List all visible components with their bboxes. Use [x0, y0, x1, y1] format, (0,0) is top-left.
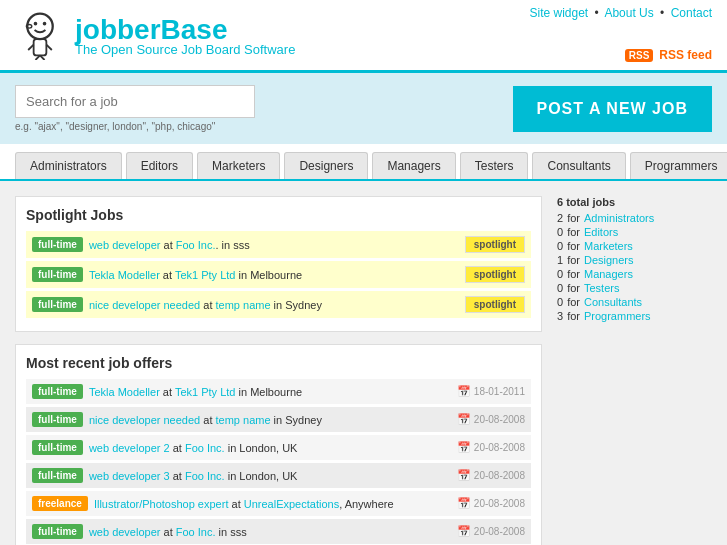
job-description: nice developer needed at temp name in Sy… [89, 299, 465, 311]
company-link[interactable]: Foo Inc. [185, 470, 225, 482]
sidebar-item: 0 for Consultants [557, 296, 712, 308]
company-link[interactable]: temp name [216, 414, 271, 426]
sidebar-category-link[interactable]: Marketers [584, 240, 633, 252]
tab-consultants[interactable]: Consultants [532, 152, 625, 179]
job-type-badge: full-time [32, 267, 83, 282]
job-date: 📅20-08-2008 [457, 413, 525, 426]
job-title-link[interactable]: nice developer needed [89, 414, 200, 426]
calendar-icon: 📅 [457, 413, 471, 426]
tab-programmers[interactable]: Programmers [630, 152, 727, 179]
search-hint: e.g. "ajax", "designer, london", "php, c… [15, 121, 255, 132]
post-job-button[interactable]: POST A NEW JOB [513, 86, 713, 132]
calendar-icon: 📅 [457, 497, 471, 510]
company-link[interactable]: Foo Inc. [185, 442, 225, 454]
table-row: full-time nice developer needed at temp … [26, 291, 531, 318]
sidebar-category-link[interactable]: Testers [584, 282, 619, 294]
svg-point-0 [27, 14, 52, 39]
main-content: Spotlight Jobs full-time web developer a… [0, 181, 727, 545]
logo-subtitle: The Open Source Job Board Software [75, 42, 295, 57]
tab-testers[interactable]: Testers [460, 152, 529, 179]
table-row: full-time Tekla Modeller at Tek1 Pty Ltd… [26, 261, 531, 288]
calendar-icon: 📅 [457, 525, 471, 538]
table-row: full-time web developer at Foo Inc. in s… [26, 519, 531, 544]
svg-point-1 [34, 22, 38, 26]
logo-icon [15, 10, 65, 60]
table-row: full-time web developer 2 at Foo Inc. in… [26, 435, 531, 460]
job-type-badge: freelance [32, 496, 88, 511]
sidebar-item: 2 for Administrators [557, 212, 712, 224]
tab-designers[interactable]: Designers [284, 152, 368, 179]
job-description: Tekla Modeller at Tek1 Pty Ltd in Melbou… [89, 386, 457, 398]
job-date: 📅18-01-2011 [457, 385, 525, 398]
job-description: Illustrator/Photoshop expert at UnrealEx… [94, 498, 457, 510]
job-title-link[interactable]: web developer 2 [89, 442, 170, 454]
spotlight-badge: spotlight [465, 266, 525, 283]
company-link[interactable]: temp name [216, 299, 271, 311]
rss-area[interactable]: RSS RSS feed [625, 48, 712, 62]
job-type-badge: full-time [32, 412, 83, 427]
job-title-link[interactable]: Illustrator/Photoshop expert [94, 498, 229, 510]
company-link[interactable]: Tek1 Pty Ltd [175, 386, 236, 398]
company-link[interactable]: Tek1 Pty Ltd [175, 269, 236, 281]
search-input[interactable] [15, 85, 255, 118]
search-box-wrap: e.g. "ajax", "designer, london", "php, c… [15, 85, 255, 132]
about-us-link[interactable]: About Us [604, 6, 653, 20]
job-type-badge: full-time [32, 237, 83, 252]
sidebar-category-link[interactable]: Managers [584, 268, 633, 280]
sidebar-category-link[interactable]: Programmers [584, 310, 651, 322]
content-area: Spotlight Jobs full-time web developer a… [15, 196, 542, 545]
calendar-icon: 📅 [457, 385, 471, 398]
table-row: freelance Illustrator/Photoshop expert a… [26, 491, 531, 516]
tab-editors[interactable]: Editors [126, 152, 193, 179]
rss-icon: RSS [625, 49, 654, 62]
logo-area: jobberBase The Open Source Job Board Sof… [15, 10, 295, 60]
logo-j: j [75, 14, 83, 45]
tab-marketers[interactable]: Marketers [197, 152, 280, 179]
job-date: 📅20-08-2008 [457, 525, 525, 538]
spotlight-badge: spotlight [465, 296, 525, 313]
table-row: full-time web developer 3 at Foo Inc. in… [26, 463, 531, 488]
company-link[interactable]: Foo Inc. [176, 239, 216, 251]
tab-managers[interactable]: Managers [372, 152, 455, 179]
table-row: full-time nice developer needed at temp … [26, 407, 531, 432]
job-title-link[interactable]: Tekla Modeller [89, 269, 160, 281]
job-type-badge: full-time [32, 440, 83, 455]
job-date: 📅20-08-2008 [457, 441, 525, 454]
tabs-section: Administrators Editors Marketers Designe… [0, 144, 727, 181]
job-title-link[interactable]: web developer 3 [89, 470, 170, 482]
sidebar-item: 0 for Editors [557, 226, 712, 238]
search-section: e.g. "ajax", "designer, london", "php, c… [0, 73, 727, 144]
sidebar-item: 0 for Marketers [557, 240, 712, 252]
sidebar-total: 6 total jobs [557, 196, 712, 208]
separator1: • [595, 6, 599, 20]
spotlight-badge: spotlight [465, 236, 525, 253]
job-title-link[interactable]: nice developer needed [89, 299, 200, 311]
job-date: 📅20-08-2008 [457, 497, 525, 510]
job-date: 📅20-08-2008 [457, 469, 525, 482]
sidebar-category-link[interactable]: Editors [584, 226, 618, 238]
job-title-link[interactable]: web developer [89, 526, 161, 538]
sidebar-item: 0 for Testers [557, 282, 712, 294]
sidebar-category-link[interactable]: Consultants [584, 296, 642, 308]
job-title-link[interactable]: Tekla Modeller [89, 386, 160, 398]
table-row: full-time web developer at Foo Inc.. in … [26, 231, 531, 258]
company-link[interactable]: Foo Inc. [176, 526, 216, 538]
sidebar-category-link[interactable]: Administrators [584, 212, 654, 224]
company-link[interactable]: UnrealExpectations [244, 498, 339, 510]
spotlight-title: Spotlight Jobs [26, 207, 531, 223]
svg-rect-4 [34, 39, 47, 55]
sidebar-category-link[interactable]: Designers [584, 254, 634, 266]
tab-administrators[interactable]: Administrators [15, 152, 122, 179]
logo-base: Base [161, 14, 228, 45]
recent-section: Most recent job offers full-time Tekla M… [15, 344, 542, 545]
job-type-badge: full-time [32, 524, 83, 539]
contact-link[interactable]: Contact [671, 6, 712, 20]
site-widget-link[interactable]: Site widget [529, 6, 588, 20]
job-description: web developer 3 at Foo Inc. in London, U… [89, 470, 457, 482]
spotlight-section: Spotlight Jobs full-time web developer a… [15, 196, 542, 332]
job-description: Tekla Modeller at Tek1 Pty Ltd in Melbou… [89, 269, 465, 281]
sidebar-item: 1 for Designers [557, 254, 712, 266]
logo-obber: obber [83, 14, 161, 45]
job-description: web developer at Foo Inc.. in sss [89, 239, 465, 251]
job-title-link[interactable]: web developer [89, 239, 161, 251]
